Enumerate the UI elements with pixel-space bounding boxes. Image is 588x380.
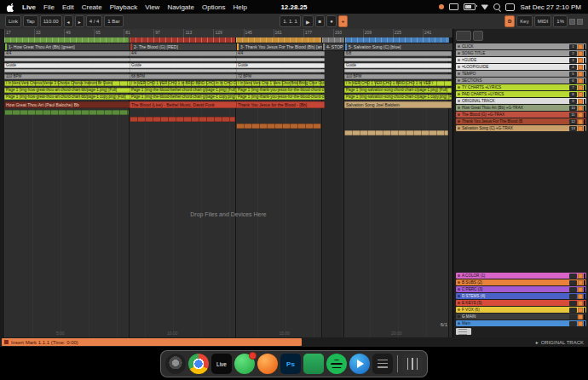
arrangement-body[interactable]: 1- How Great Thou Art (Bb) [green] 2- Th… [4,43,453,337]
overview-toggle-button[interactable] [456,328,471,335]
track-activator-icon[interactable] [458,45,460,48]
guide-clip[interactable]: Guide [236,63,325,68]
tempo-clip[interactable]: 68 BPM [130,74,239,79]
gtrax-clip-the-blood[interactable] [130,117,235,122]
track-io-box[interactable] [569,314,577,320]
track-activator-icon[interactable] [458,86,460,89]
track-number-box[interactable]: 10 [569,106,577,111]
track-activator-icon[interactable] [458,274,460,277]
track-arm-button[interactable] [578,106,583,111]
track-activator-icon[interactable] [458,322,460,325]
loop-guide-clip[interactable] [130,69,239,72]
track-header-loop-guide[interactable]: =LOOP/GUIDE4 [456,64,586,70]
time-signature-display[interactable]: 4 / 4 [86,15,103,27]
panel-menu-button[interactable] [473,31,483,41]
pad-chart-clip[interactable]: Page 1 (img-the-blood-bethel-chord-chart… [130,95,239,100]
recording-indicator-icon[interactable] [439,4,444,9]
track-activator-icon[interactable] [458,52,460,55]
ty-chart-clip[interactable]: Page 1 (img-thank-you-jesus-for-the-bloo… [236,88,325,93]
track-activator-icon[interactable] [458,295,460,297]
track-io-box[interactable] [569,273,577,279]
nudge-up-button[interactable]: ▸ [75,15,84,27]
guide-clip[interactable]: Guide [130,63,239,68]
track-arm-button[interactable] [578,112,583,118]
track-header-the-blood[interactable]: The Blood (G) +G-TRAX11 [456,112,586,118]
track-activator-icon[interactable] [458,107,460,109]
track-io-box[interactable] [569,287,577,292]
track-number-box[interactable]: 8 [569,92,577,97]
track-number-box[interactable]: 2 [569,51,577,56]
time-ruler[interactable]: 5:00 10:00 15:00 20:00 [4,331,453,336]
track-number-box[interactable]: 12 [569,119,577,124]
overdub-button[interactable]: + [338,15,349,27]
ableton-live-icon[interactable]: Live [211,354,232,374]
click-clip[interactable]: 4/4 [4,51,132,56]
menu-item-options[interactable]: Options [202,3,226,11]
tempo-clip[interactable]: 110 BPM [344,74,452,79]
key-map-button[interactable]: Key [516,15,532,27]
browser-app-icon[interactable] [257,354,278,374]
track-activator-icon[interactable] [458,315,460,318]
song-title-clip[interactable] [4,58,132,61]
locator-how-great-thou-art[interactable]: 1- How Great Thou Art (Bb) [green] [4,43,134,51]
track-number-box[interactable]: 7 [569,85,577,90]
gtrax-clip-thank-you-jesus[interactable] [236,124,321,129]
ty-chart-clip[interactable]: Page 1 (img-how-great-thou-art-chord-cha… [4,88,132,93]
track-header-click[interactable]: CLICK1 [456,43,586,49]
ty-chart-clip[interactable]: Page 1 (img-the-blood-bethel-chord-chart… [130,88,239,93]
chrome-icon[interactable] [188,354,209,374]
battery-icon[interactable] [464,3,476,10]
locator-the-blood[interactable]: 2- The Blood (G) [RED] [130,43,240,51]
quantize-display[interactable]: 1 Bar [104,15,123,27]
draw-mode-button[interactable]: D [504,15,515,27]
gtrax-clip-how-great-thou-art[interactable] [4,110,129,115]
loop-guide-clip[interactable] [344,69,452,72]
menu-item-view[interactable]: View [145,3,159,11]
track-arm-button[interactable] [578,51,583,56]
sections-clip[interactable]: I In VER CHO 1 VER CHO 1 In BRID BRID CH… [130,81,239,86]
track-header-how-great-thou-art[interactable]: How Great Thou Art (Bb) +G-TRAX10 [456,105,586,111]
chevron-right-icon[interactable]: ▸ [536,339,539,345]
ty-chart-clip[interactable]: Page 1 (img-salvation-song-chord-chart-c… [344,88,452,93]
track-arm-button[interactable] [578,72,583,77]
track-io-box[interactable] [569,308,577,313]
track-arm-button[interactable] [578,294,583,299]
track-number-box[interactable]: 11 [569,112,577,118]
track-activator-icon[interactable] [458,308,460,311]
track-arm-button[interactable] [578,85,583,90]
photoshop-icon[interactable]: Ps [280,354,301,374]
menu-item-edit[interactable]: Edit [62,3,74,11]
track-header-song-title[interactable]: SONG TITLE2 [456,50,586,56]
wifi-icon[interactable] [481,4,488,10]
track-arm-button[interactable] [578,321,583,326]
locator-thank-you-jesus[interactable]: 3- Thank You Jesus For The Blood (Bb) [a… [236,43,326,51]
menu-item-playback[interactable]: Playback [110,3,137,11]
pad-chart-clip[interactable]: Page 1 (img-how-great-thou-art-chord-cha… [4,95,132,100]
track-io-box[interactable] [569,301,577,306]
track-arm-button[interactable] [578,44,583,49]
track-activator-icon[interactable] [458,59,460,61]
spotify-icon[interactable] [326,354,347,374]
messages-app-icon[interactable] [234,354,255,374]
track-activator-icon[interactable] [458,79,460,82]
arrangement-position-display[interactable]: 1. 1. 1 [280,15,301,27]
original-track-clip[interactable]: The Blood (Live) - Bethel Music, David F… [130,101,239,108]
system-knob-icon[interactable] [165,354,186,374]
group-track-a-color[interactable]: A COLOR (1) [456,273,586,279]
track-number-box[interactable]: 6 [569,78,577,83]
menu-item-create[interactable]: Create [82,3,102,11]
midi-map-button[interactable]: MIDI [534,15,552,27]
track-io-box[interactable] [569,321,577,326]
click-clip[interactable]: 4/4 [236,51,325,56]
track-activator-icon[interactable] [458,127,460,130]
track-arm-button[interactable] [578,58,583,63]
track-arm-button[interactable] [578,65,583,70]
track-number-box[interactable]: 4 [569,65,577,70]
track-number-box[interactable]: 1 [569,44,577,49]
track-activator-icon[interactable] [458,72,460,75]
play-button[interactable]: ▶ [303,15,314,27]
stop-button[interactable]: ■ [315,15,326,27]
click-clip[interactable]: 4/4 [130,51,239,56]
track-activator-icon[interactable] [458,120,460,123]
track-number-box[interactable]: 13 [569,126,577,131]
